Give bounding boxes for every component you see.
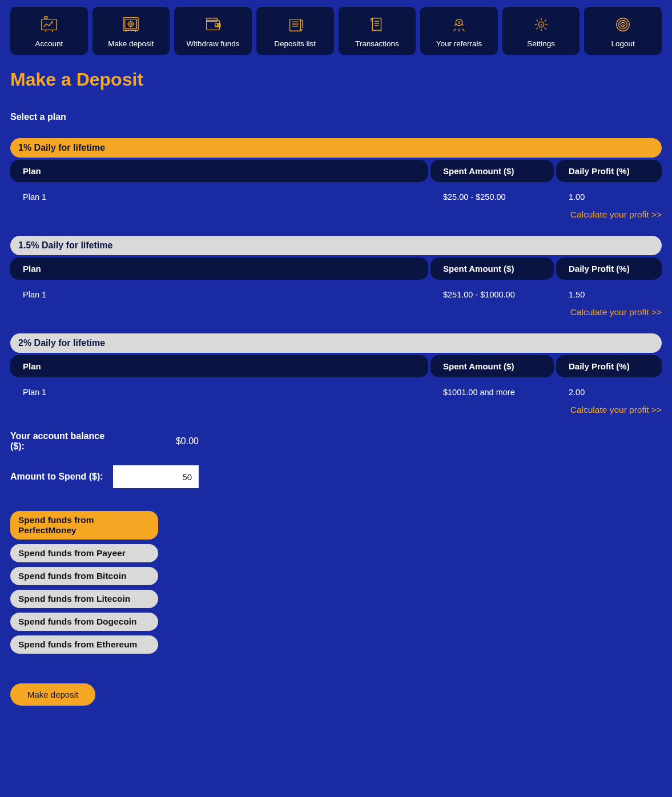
th-plan: Plan <box>10 257 428 280</box>
make-deposit-button[interactable]: Make deposit <box>10 683 95 706</box>
svg-line-35 <box>544 20 546 22</box>
svg-line-36 <box>536 28 538 30</box>
payment-payeer[interactable]: Spend funds from Payeer <box>10 544 158 562</box>
svg-line-33 <box>536 20 538 22</box>
select-plan-label: Select a plan <box>10 112 662 122</box>
table-row: Plan 1 $251.00 - $1000.00 1.50 <box>10 282 662 305</box>
referral-icon: $ <box>448 15 470 34</box>
amount-input[interactable] <box>113 465 199 488</box>
svg-text:$: $ <box>540 23 542 27</box>
page-title: Make a Deposit <box>10 69 662 90</box>
th-plan: Plan <box>10 160 428 182</box>
plan-table-header: Plan Spent Amount ($) Daily Profit (%) <box>10 355 662 377</box>
nav-logout[interactable]: $ Logout <box>584 7 662 55</box>
plan-table-header: Plan Spent Amount ($) Daily Profit (%) <box>10 257 662 280</box>
balance-value: $0.00 <box>113 436 199 446</box>
svg-point-7 <box>130 23 132 25</box>
th-profit: Daily Profit (%) <box>556 160 662 182</box>
nav-settings[interactable]: $ Settings <box>502 7 580 55</box>
svg-rect-0 <box>42 19 57 30</box>
payment-perfectmoney[interactable]: Spend funds from PerfectMoney <box>10 511 158 540</box>
nav-label: Withdraw funds <box>187 39 240 48</box>
table-row: Plan 1 $1001.00 and more 2.00 <box>10 380 662 402</box>
logout-icon: $ <box>612 15 634 34</box>
nav-label: Your referrals <box>436 39 482 48</box>
nav-label: Logout <box>611 39 635 48</box>
top-nav: Account Make deposit Withdraw funds Depo… <box>10 7 662 55</box>
payment-ethereum[interactable]: Spend funds from Ethereum <box>10 635 158 654</box>
calculate-link[interactable]: Calculate your profit >> <box>10 305 662 317</box>
nav-label: Make deposit <box>108 39 154 48</box>
nav-label: Settings <box>527 39 555 48</box>
wallet-icon <box>202 15 224 34</box>
amount-row: Amount to Spend ($): <box>10 465 662 488</box>
th-spent: Spent Amount ($) <box>430 160 554 182</box>
cell-plan-name: Plan 1 <box>10 383 428 401</box>
plan-header[interactable]: 2% Daily for lifetime <box>10 333 662 353</box>
payment-options: Spend funds from PerfectMoney Spend fund… <box>10 511 662 654</box>
cell-spent: $251.00 - $1000.00 <box>430 285 554 304</box>
plan-block-1: 1% Daily for lifetime Plan Spent Amount … <box>10 138 662 220</box>
payment-litecoin[interactable]: Spend funds from Litecoin <box>10 590 158 608</box>
plan-table-header: Plan Spent Amount ($) Daily Profit (%) <box>10 160 662 182</box>
plan-header[interactable]: 1% Daily for lifetime <box>10 138 662 158</box>
th-profit: Daily Profit (%) <box>556 355 662 377</box>
plan-header[interactable]: 1.5% Daily for lifetime <box>10 236 662 255</box>
cell-spent: $25.00 - $250.00 <box>430 188 554 206</box>
payment-dogecoin[interactable]: Spend funds from Dogecoin <box>10 613 158 631</box>
nav-label: Transactions <box>355 39 399 48</box>
svg-point-6 <box>128 21 134 26</box>
cell-profit: 1.50 <box>556 285 662 304</box>
cell-profit: 1.00 <box>556 188 662 206</box>
table-row: Plan 1 $25.00 - $250.00 1.00 <box>10 184 662 207</box>
svg-rect-18 <box>289 19 300 31</box>
svg-point-1 <box>45 16 47 19</box>
receipt-icon <box>366 15 388 34</box>
nav-label: Deposits list <box>274 39 316 48</box>
svg-point-17 <box>217 25 218 26</box>
th-profit: Daily Profit (%) <box>556 257 662 280</box>
svg-rect-15 <box>207 18 218 22</box>
svg-line-34 <box>544 28 546 30</box>
calculate-link[interactable]: Calculate your profit >> <box>10 402 662 415</box>
amount-label: Amount to Spend ($): <box>10 472 113 482</box>
balance-label: Your account balance ($): <box>10 431 113 452</box>
account-icon <box>38 15 60 34</box>
cell-profit: 2.00 <box>556 383 662 401</box>
th-spent: Spent Amount ($) <box>430 355 554 377</box>
cell-spent: $1001.00 and more <box>430 383 554 401</box>
nav-withdraw[interactable]: Withdraw funds <box>174 7 252 55</box>
plan-block-2: 1.5% Daily for lifetime Plan Spent Amoun… <box>10 236 662 317</box>
svg-text:$: $ <box>458 21 460 25</box>
nav-account[interactable]: Account <box>10 7 88 55</box>
list-icon <box>284 15 306 34</box>
nav-deposits-list[interactable]: Deposits list <box>256 7 334 55</box>
th-spent: Spent Amount ($) <box>430 257 554 280</box>
payment-bitcoin[interactable]: Spend funds from Bitcoin <box>10 567 158 585</box>
balance-row: Your account balance ($): $0.00 <box>10 431 662 452</box>
nav-transactions[interactable]: Transactions <box>339 7 416 55</box>
gear-icon: $ <box>530 15 552 34</box>
plan-block-3: 2% Daily for lifetime Plan Spent Amount … <box>10 333 662 415</box>
calculate-link[interactable]: Calculate your profit >> <box>10 207 662 220</box>
nav-make-deposit[interactable]: Make deposit <box>92 7 170 55</box>
th-plan: Plan <box>10 355 428 377</box>
nav-label: Account <box>35 39 63 48</box>
cell-plan-name: Plan 1 <box>10 285 428 304</box>
nav-referrals[interactable]: $ Your referrals <box>420 7 498 55</box>
cell-plan-name: Plan 1 <box>10 188 428 206</box>
safe-icon <box>120 15 142 34</box>
svg-rect-5 <box>125 19 137 29</box>
